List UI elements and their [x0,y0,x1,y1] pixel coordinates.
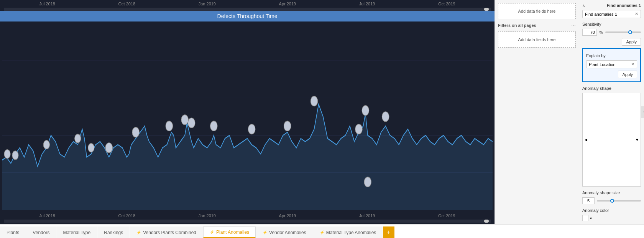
tab-vendors-plants-label: Vendors Plants Combined [143,230,196,235]
bottom-axis-label-3: Jan 2019 [199,213,216,218]
filter-options-icon[interactable]: ··· [571,22,576,28]
tab-material-anomalies-icon: ⚡ [320,230,324,235]
top-axis-label-5: Jul 2019 [359,2,375,6]
explain-tag[interactable]: Plant Location ✕ [586,60,637,68]
tab-plants[interactable]: Plants [0,226,26,238]
shape-dropdown-arrow: ▾ [636,137,638,142]
panel-title: Find anomalies 1 [607,3,641,8]
svg-point-17 [248,124,255,134]
svg-point-9 [75,134,81,143]
scroll-thumb-top[interactable] [484,8,489,11]
top-axis-label-1: Jul 2018 [39,2,55,6]
svg-point-6 [4,150,10,159]
chart-svg [2,23,493,210]
top-axis-label-4: Apr 2019 [279,2,296,6]
anomalies-panel: ∧ Find anomalies 1 Find anomalies 1 ✕ Se… [579,0,644,224]
svg-point-13 [166,121,173,131]
panel-header: ∧ Find anomalies 1 [582,3,641,8]
size-row [582,197,641,204]
scroll-track-bottom[interactable] [4,220,491,223]
tabs-bar: Plants Vendors Material Type Rankings ⚡ … [0,224,644,238]
tab-plants-label: Plants [7,230,19,235]
tab-vendors-label: Vendors [33,230,49,235]
chart-area: Jul 2018 Oct 2018 Jan 2019 Apr 2019 Jul … [0,0,495,224]
tab-vendors-plants[interactable]: ⚡ Vendors Plants Combined [130,226,203,238]
anomaly-shape-size-label: Anomaly shape size [582,190,641,195]
svg-point-7 [12,151,18,160]
sensitivity-slider-track[interactable] [605,31,641,33]
explain-by-label: Explain by [586,53,637,58]
apply-button-1[interactable]: Apply [622,38,641,46]
tab-plant-anomalies-icon: ⚡ [210,230,214,234]
svg-point-21 [362,106,369,116]
explain-tag-close-icon[interactable]: ✕ [631,62,634,67]
bottom-axis-label-5: Jul 2019 [359,213,375,218]
svg-point-15 [188,118,195,128]
bottom-axis-label-2: Oct 2018 [118,213,135,218]
filters-panel: Add data fields here Filters on all page… [495,0,579,224]
top-axis-label-2: Oct 2018 [118,2,135,6]
explain-by-section: Explain by Plant Location ✕ Apply [582,48,641,82]
anomaly-tag-close-icon[interactable]: ✕ [635,12,638,17]
tab-material-type-label: Material Type [63,230,90,235]
tab-material-anomalies-label: Material Type Anomalies [326,230,376,235]
tab-material-type[interactable]: Material Type [56,226,97,238]
anomaly-shape-label: Anomaly shape [582,86,641,91]
color-dropdown-icon[interactable]: ▾ [590,216,592,220]
add-data-box-top[interactable]: Add data fields here [498,3,576,19]
chevron-up-icon[interactable]: ∧ [582,3,585,8]
svg-point-11 [105,143,113,153]
top-axis-label-3: Jan 2019 [199,2,216,6]
tab-add-button[interactable]: + [383,226,394,238]
sensitivity-row: % [582,29,641,36]
svg-point-16 [210,121,217,131]
sensitivity-input[interactable] [582,29,597,36]
size-slider-track[interactable] [597,200,641,202]
chart-bottom-axis: Jul 2018 Oct 2018 Jan 2019 Apr 2019 Jul … [0,212,495,220]
svg-point-10 [88,144,94,152]
svg-point-20 [355,124,363,134]
tab-vendors[interactable]: Vendors [26,226,56,238]
explain-tag-label: Plant Location [589,62,616,67]
tab-rankings[interactable]: Rankings [97,226,130,238]
tab-rankings-label: Rankings [104,230,123,235]
tab-vendor-anomalies[interactable]: ⚡ Vendor Anomalies [256,226,313,238]
top-axis-label-6: Oct 2019 [438,2,455,6]
size-input[interactable] [582,197,595,204]
add-data-box-bottom[interactable]: Add data fields here [498,31,576,48]
sensitivity-slider-thumb[interactable] [628,30,632,34]
tab-material-anomalies[interactable]: ⚡ Material Type Anomalies [313,226,383,238]
tab-vendor-anomalies-icon: ⚡ [263,230,267,235]
expand-panel-arrow[interactable]: › [641,106,644,118]
tab-vendor-anomalies-label: Vendor Anomalies [269,230,306,235]
anomaly-color-label: Anomaly color [582,208,641,213]
svg-point-18 [284,121,291,131]
svg-point-8 [43,140,49,149]
scroll-track-top[interactable] [4,8,491,11]
percent-label: % [599,30,603,35]
tab-vendors-plants-icon: ⚡ [136,230,141,235]
sensitivity-label: Sensitivity [582,22,641,26]
filter-header: Filters on all pages ··· [498,22,576,28]
anomaly-tag[interactable]: Find anomalies 1 ✕ [582,10,641,18]
svg-point-22 [364,177,371,187]
color-row: ▾ [582,215,641,221]
chart-top-axis: Jul 2018 Oct 2018 Jan 2019 Apr 2019 Jul … [0,0,495,8]
anomaly-tag-label: Find anomalies 1 [585,12,617,17]
chart-title: Defects Throughout Time [0,11,495,21]
filters-title: Filters on all pages [498,22,536,28]
scroll-thumb-bottom[interactable] [484,220,489,223]
bottom-axis-label-1: Jul 2018 [39,213,55,218]
svg-point-12 [132,127,140,137]
tab-plant-anomalies-label: Plant Anomalies [216,230,249,235]
svg-point-23 [382,112,389,122]
size-slider-thumb[interactable] [610,199,614,203]
chart-canvas [0,21,495,212]
bottom-axis-label-6: Oct 2019 [438,213,455,218]
apply-button-2[interactable]: Apply [618,71,637,78]
tab-plant-anomalies[interactable]: ⚡ Plant Anomalies [203,226,256,238]
color-box[interactable] [582,215,588,221]
bottom-axis-label-4: Apr 2019 [279,213,296,218]
shape-dropdown[interactable]: ● ▾ [582,93,641,187]
shape-symbol: ● [585,137,588,142]
